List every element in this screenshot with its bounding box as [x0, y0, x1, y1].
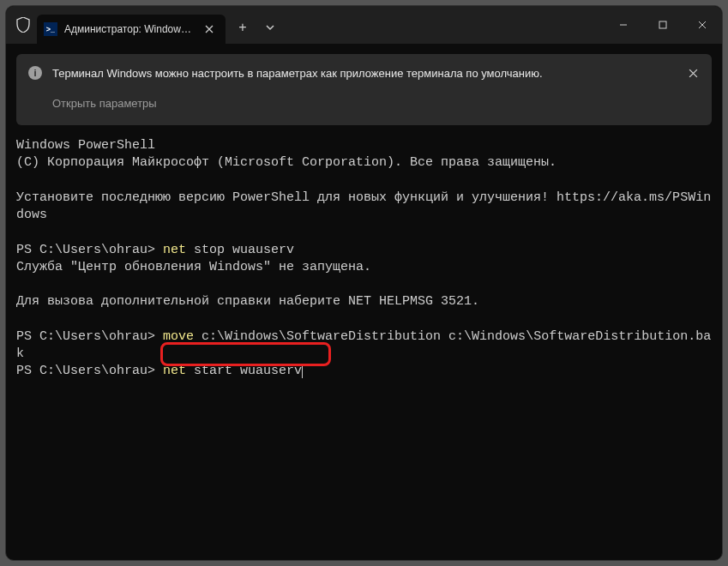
prompt: PS C:\Users\ohrau>	[16, 243, 155, 257]
close-tab-button[interactable]	[202, 21, 217, 37]
maximize-button[interactable]	[643, 6, 683, 44]
tab-dropdown-button[interactable]	[256, 14, 284, 41]
output-line: Служба "Центр обновления Windows" не зап…	[16, 260, 371, 274]
info-message: Терминал Windows можно настроить в парам…	[52, 67, 543, 80]
tab-active[interactable]: >_ Администратор: Windows Pc	[37, 15, 226, 44]
new-tab-button[interactable]: +	[229, 14, 256, 41]
cmd-keyword: move	[163, 329, 194, 344]
cmd-keyword: net	[163, 364, 186, 378]
window-controls	[604, 6, 722, 44]
powershell-icon: >_	[44, 22, 57, 36]
prompt: PS C:\Users\ohrau>	[16, 364, 155, 378]
shield-icon	[15, 16, 32, 33]
ps-copyright: (С) Корпорация Майкрософт (Microsoft Cor…	[16, 155, 557, 170]
text-cursor	[302, 364, 303, 378]
ps-header: Windows PowerShell	[16, 138, 155, 153]
ps-install-msg: Установите последнюю версию PowerShell д…	[16, 190, 711, 222]
cmd-keyword: net	[163, 243, 186, 257]
svg-rect-0	[659, 21, 666, 28]
cmd-args: start wuauserv	[186, 364, 302, 378]
annotation-highlight	[160, 342, 331, 366]
info-icon: i	[28, 66, 42, 80]
tab-title: Администратор: Windows Pc	[64, 23, 193, 35]
info-bar: i Терминал Windows можно настроить в пар…	[16, 54, 712, 125]
open-settings-link[interactable]: Открыть параметры	[52, 97, 700, 110]
terminal-output[interactable]: Windows PowerShell (С) Корпорация Майкро…	[6, 125, 722, 560]
prompt: PS C:\Users\ohrau>	[16, 329, 155, 344]
terminal-window: >_ Администратор: Windows Pc + i Термина…	[5, 5, 723, 561]
info-close-button[interactable]	[683, 63, 703, 83]
close-window-button[interactable]	[683, 6, 722, 44]
output-line: Для вызова дополнительной справки набери…	[16, 294, 479, 309]
minimize-button[interactable]	[604, 6, 643, 44]
title-bar: >_ Администратор: Windows Pc +	[6, 6, 722, 44]
cmd-args: stop wuauserv	[186, 243, 294, 257]
